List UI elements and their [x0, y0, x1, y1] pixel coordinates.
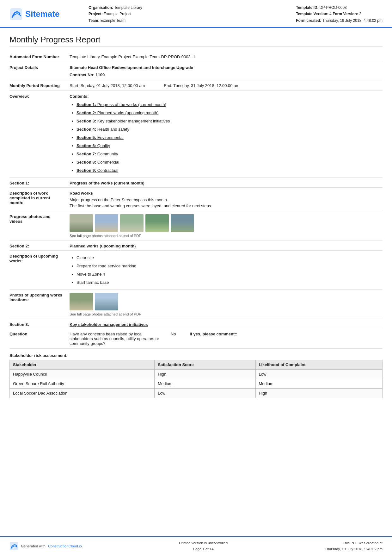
risk-table: StakeholderSatisfaction ScoreLikelihood …	[9, 360, 383, 398]
period-start: Start: Sunday, 01 July 2018, 12:00:00 am	[70, 83, 145, 88]
footer-right: This PDF was created at Thursday, 19 Jul…	[325, 540, 383, 552]
table-row: Local Soccer Dad AssociationLowHigh	[10, 389, 383, 398]
project-label: Project:	[89, 12, 103, 16]
question-row: Question Have any concerns been raised b…	[9, 329, 383, 349]
footer-mid-line2: Page 1 of 14	[179, 546, 228, 552]
contents-item-link[interactable]: Section 5: Environmental	[77, 135, 124, 140]
list-item: Clear site	[77, 254, 383, 262]
photo-thumb-2	[95, 214, 118, 232]
section2-header: Section 2: Planned works (upcoming month…	[9, 240, 383, 251]
automated-form-row: Automated Form Number Template Library-E…	[9, 51, 383, 62]
automated-form-label: Automated Form Number	[9, 54, 70, 59]
question-text: Have any concerns been raised by local s…	[70, 332, 164, 346]
org-label: Organisation:	[89, 5, 113, 10]
template-id-value: DP-PROD-0003	[320, 5, 347, 10]
contract-no-value: 1109	[95, 72, 105, 77]
project-details-label: Project Details	[9, 65, 70, 77]
contents-list-item: Section 8: Commercial	[77, 158, 383, 166]
photo-thumb-3	[120, 214, 144, 232]
project-details-value: Sitemate Head Office Redevelopment and I…	[70, 65, 383, 70]
table-cell: High	[255, 389, 382, 398]
desc-work-text2: The first the base and wearing courses w…	[70, 203, 383, 208]
team-label: Team:	[89, 18, 99, 23]
upcoming-photos-row: Photos of upcoming works locations: See …	[9, 290, 383, 319]
table-header-row: StakeholderSatisfaction ScoreLikelihood …	[10, 360, 383, 370]
header-left-col: Organisation: Template Library Project: …	[89, 4, 142, 24]
contents-item-link[interactable]: Section 8: Commercial	[77, 160, 119, 165]
progress-photo-strip	[70, 214, 383, 232]
org-value: Template Library	[114, 5, 142, 10]
header-right-col: Template ID: DP-PROD-0003 Template Versi…	[296, 4, 383, 24]
desc-work-label: Description of work completed in current…	[9, 190, 70, 208]
section1-title: Progress of the works (current month)	[70, 181, 383, 185]
footer-left: Generated with ConstructionCloud.io	[9, 542, 82, 551]
contents-item-link[interactable]: Section 9: Contractual	[77, 168, 118, 173]
progress-photos-label: Progress photos and videos	[9, 214, 70, 238]
table-cell: High	[155, 370, 255, 379]
overview-label: Overview:	[9, 93, 70, 175]
overview-row: Overview: Contents: Section 1: Progress …	[9, 91, 383, 178]
upcoming-photos-content: See full page photos attached at end of …	[70, 292, 383, 316]
table-row: Happyville CouncilHighLow	[10, 370, 383, 379]
photo-thumb-5	[171, 214, 194, 232]
contract-no-display: Contract No: 1109	[70, 72, 383, 77]
upcoming-content: Clear sitePrepare for road service marki…	[70, 253, 383, 287]
contents-item-link[interactable]: Section 7: Community	[77, 152, 118, 156]
monthly-period-content: Start: Sunday, 01 July 2018, 12:00:00 am…	[70, 83, 383, 88]
monthly-period-row: Monthly Period Reporting Start: Sunday, …	[9, 80, 383, 91]
section3-header: Section 3: Key stakeholder management in…	[9, 319, 383, 329]
table-cell: Low	[155, 389, 255, 398]
contents-item-link[interactable]: Section 1: Progress of the works (curren…	[77, 102, 166, 107]
list-item: Prepare for road service marking	[77, 262, 383, 270]
desc-work-heading: Road works	[70, 191, 383, 196]
logo-text: Sitemate	[25, 9, 59, 19]
contents-item-link[interactable]: Section 4: Health and safety	[77, 127, 129, 132]
template-version-value: 4	[329, 12, 332, 16]
contents-label: Contents:	[70, 94, 383, 99]
table-cell: Local Soccer Dad Association	[10, 389, 155, 398]
footer-logo-icon	[9, 542, 18, 551]
section3-label: Section 3:	[9, 322, 70, 327]
sitemate-logo-icon	[9, 8, 23, 21]
question-content: Have any concerns been raised by local s…	[70, 332, 383, 346]
table-header-cell: Satisfaction Score	[155, 360, 255, 370]
contents-item-link[interactable]: Section 6: Quality	[77, 143, 110, 148]
overview-content: Contents: Section 1: Progress of the wor…	[70, 93, 383, 175]
question-label: Question	[9, 332, 70, 346]
page-header: Sitemate Organisation: Template Library …	[0, 0, 392, 28]
progress-photos-caption: See full page photos attached at end of …	[70, 234, 383, 238]
footer-link[interactable]: ConstructionCloud.io	[48, 544, 82, 548]
question-ifyes: If yes, please comment::	[190, 332, 237, 346]
team-value: Example Team	[101, 18, 126, 23]
monthly-period-label: Monthly Period Reporting	[9, 83, 70, 88]
footer-mid-line1: Printed version is uncontrolled	[179, 540, 228, 546]
contents-list-item: Section 7: Community	[77, 150, 383, 158]
table-cell: Medium	[155, 379, 255, 389]
upcoming-works-row: Description of upcoming works: Clear sit…	[9, 251, 383, 290]
table-header-cell: Stakeholder	[10, 360, 155, 370]
footer-right-line1: This PDF was created at	[325, 540, 383, 546]
contents-list-item: Section 6: Quality	[77, 142, 383, 150]
contents-item-link[interactable]: Section 2: Planned works (upcoming month…	[77, 110, 158, 115]
period-dates: Start: Sunday, 01 July 2018, 12:00:00 am…	[70, 83, 383, 88]
table-cell: Low	[255, 370, 382, 379]
footer-generated-text: Generated with	[21, 544, 46, 548]
section3-title: Key stakeholder management initiatives	[70, 322, 383, 327]
section1-label: Section 1:	[9, 181, 70, 185]
logo-area: Sitemate	[9, 8, 79, 21]
desc-work-row: Description of work completed in current…	[9, 188, 383, 211]
contents-list-item: Section 4: Health and safety	[77, 125, 383, 134]
contents-list-item: Section 9: Contractual	[77, 166, 383, 175]
contents-item-link[interactable]: Section 3: Key stakeholder management in…	[77, 119, 170, 123]
list-item: Move to Zone 4	[77, 270, 383, 278]
table-header-cell: Likelihood of Complaint	[255, 360, 382, 370]
upcoming-photos-caption: See full page photos attached at end of …	[70, 312, 383, 316]
page-footer: Generated with ConstructionCloud.io Prin…	[0, 536, 392, 555]
upcoming-list: Clear sitePrepare for road service marki…	[70, 254, 383, 287]
contents-list-item: Section 5: Environmental	[77, 134, 383, 142]
page-title: Monthly Progress Report	[9, 35, 383, 47]
stakeholder-section: Stakeholder risk assessment: Stakeholder…	[9, 353, 383, 398]
project-value: Example Project	[104, 12, 131, 16]
automated-form-value: Template Library-Example Project-Example…	[70, 54, 383, 59]
footer-mid: Printed version is uncontrolled Page 1 o…	[179, 540, 228, 552]
